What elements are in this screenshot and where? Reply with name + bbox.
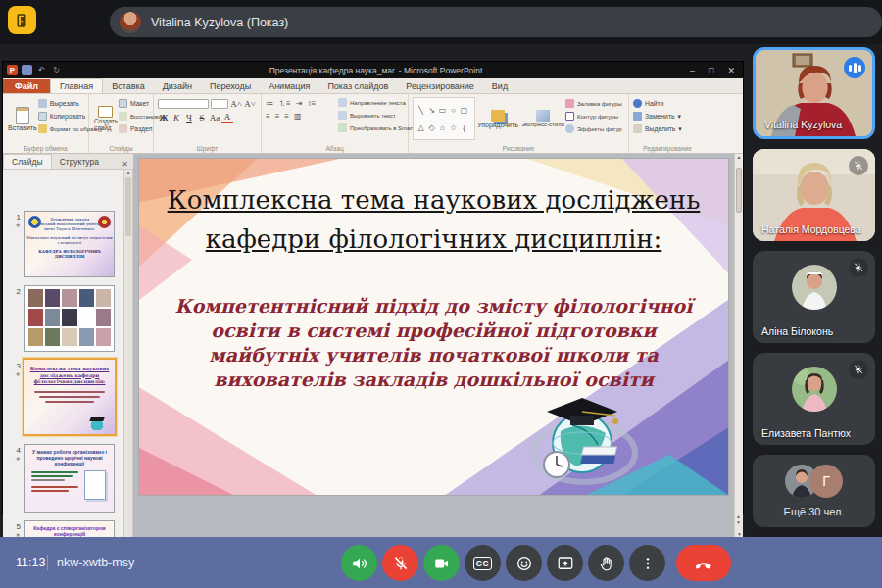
- shape-triangle-icon[interactable]: △: [416, 123, 426, 132]
- slide-thumbnail-1[interactable]: Державний заклад «Луганський національни…: [24, 211, 115, 277]
- mic-off-icon: [849, 156, 868, 175]
- change-case-button[interactable]: Аа: [209, 113, 220, 122]
- minimize-icon[interactable]: –: [690, 66, 695, 75]
- shape-ellipse-icon[interactable]: ○: [448, 106, 459, 115]
- paste-button[interactable]: Вставить: [7, 97, 38, 140]
- font-name-box[interactable]: [158, 99, 209, 109]
- group-slides: Создать слайд Макет Восстановить Раздел …: [89, 94, 154, 153]
- tab-transitions[interactable]: Переходы: [201, 79, 260, 93]
- find-button[interactable]: Найти: [633, 97, 702, 110]
- new-slide-button[interactable]: Создать слайд: [93, 97, 119, 140]
- thumb-3-body-lines: [34, 391, 105, 403]
- more-options-button[interactable]: [629, 545, 665, 581]
- bullets-icon[interactable]: ≔: [266, 99, 273, 108]
- pinned-presenter-pill[interactable]: Vitalina Kyzylova (Показ): [110, 7, 882, 37]
- ppt-title-bar: P ↶ ↻ Презентація кафедра наука_маг. - M…: [3, 62, 743, 78]
- redo-icon[interactable]: ↻: [51, 65, 62, 75]
- grow-font-icon[interactable]: A˄: [230, 99, 242, 109]
- slide-thumbnail-3-selected[interactable]: Комплексна тема наукових досліджень кафе…: [23, 358, 117, 436]
- align-center-icon[interactable]: ≡: [275, 112, 280, 121]
- align-right-icon[interactable]: ≡: [284, 112, 289, 121]
- italic-button[interactable]: К: [171, 113, 182, 122]
- strikethrough-button[interactable]: S: [196, 113, 208, 122]
- thumb-1-line4: Навчально-науковий інститут педагогіки і…: [25, 235, 114, 245]
- panel-scrollbar[interactable]: ▲: [123, 170, 132, 557]
- shape-effects-button[interactable]: Эффекты фигур: [565, 122, 622, 135]
- arrange-icon: [491, 110, 505, 122]
- line-spacing-icon[interactable]: ↕≡: [307, 99, 316, 108]
- tab-home[interactable]: Главная: [50, 78, 103, 93]
- audio-activity-indicator: [844, 57, 865, 78]
- tab-review[interactable]: Рецензирование: [397, 79, 483, 93]
- back-to-home-button[interactable]: [8, 6, 36, 34]
- indent-icon[interactable]: ⇥: [296, 99, 303, 108]
- numbering-icon[interactable]: ⒈≡: [278, 98, 291, 109]
- shrink-font-icon[interactable]: A˅: [244, 99, 256, 109]
- tab-insert[interactable]: Вставка: [103, 79, 153, 93]
- mic-off-icon: [392, 555, 410, 572]
- speaker-button[interactable]: [341, 545, 377, 581]
- powerpoint-window: P ↶ ↻ Презентація кафедра наука_маг. - M…: [3, 62, 743, 513]
- tab-slideshow[interactable]: Показ слайдов: [318, 79, 397, 93]
- shape-brace-icon[interactable]: {: [459, 123, 469, 132]
- tab-view[interactable]: Вид: [483, 79, 516, 93]
- reactions-button[interactable]: [506, 545, 542, 581]
- shape-fill-button[interactable]: Заливка фигуры: [565, 97, 622, 110]
- captions-icon: CC: [473, 557, 492, 570]
- overflow-participants-tile[interactable]: Г Ещё 30 чел.: [753, 455, 875, 527]
- shared-screen-area: P ↶ ↻ Презентація кафедра наука_маг. - M…: [0, 44, 750, 537]
- participant-tile-alina[interactable]: Аліна Білоконь: [753, 251, 875, 343]
- participant-tile-elizaveta[interactable]: Елизавета Пантюх: [753, 353, 875, 445]
- thumb-4-number: 4★: [5, 446, 21, 462]
- replace-button[interactable]: Заменить ▾: [633, 110, 702, 122]
- current-slide-canvas[interactable]: Комплексна тема наукових досліджень кафе…: [139, 159, 728, 495]
- select-button[interactable]: Выделить ▾: [633, 122, 702, 135]
- font-color-button[interactable]: А: [221, 112, 233, 123]
- group-drawing: ╲↘▭○▢ △◇⌂☆{ Упорядочить Экспресс-стили З…: [409, 94, 629, 153]
- tab-file[interactable]: Файл: [3, 79, 50, 93]
- panel-tab-slides[interactable]: Слайды: [3, 154, 52, 169]
- thumb-5-title: Кафедра є співорганізатором конференцій: [25, 525, 114, 537]
- copy-icon: [38, 112, 47, 121]
- participant-tile-natalia[interactable]: Наталія Мордовцева: [753, 149, 875, 241]
- shape-diamond-icon[interactable]: ◇: [426, 123, 437, 132]
- close-icon[interactable]: ✕: [727, 66, 735, 75]
- align-left-icon[interactable]: ≡: [266, 112, 270, 121]
- tab-animations[interactable]: Анимация: [260, 79, 318, 93]
- mic-off-icon: [849, 258, 868, 277]
- undo-icon[interactable]: ↶: [36, 65, 47, 75]
- shape-outline-button[interactable]: Контур фигуры: [565, 110, 622, 122]
- editor-scrollbar[interactable]: ▲▲▼▼: [734, 154, 743, 539]
- underline-button[interactable]: Ч: [183, 113, 195, 122]
- thumb-5-number: 5★: [5, 522, 21, 538]
- end-call-button[interactable]: [676, 545, 731, 581]
- shape-line-icon[interactable]: ╲: [416, 106, 426, 115]
- font-size-box[interactable]: [211, 99, 228, 109]
- bold-button[interactable]: Ж: [158, 113, 170, 122]
- shape-rect-icon[interactable]: ▭: [437, 106, 448, 115]
- tab-design[interactable]: Дизайн: [154, 79, 201, 93]
- raise-hand-button[interactable]: [588, 545, 624, 581]
- participant-tile-vitalina[interactable]: Vitalina Kyzylova: [753, 47, 875, 139]
- maximize-icon[interactable]: □: [709, 66, 713, 75]
- shape-pentagon-icon[interactable]: ⌂: [437, 123, 448, 132]
- powerpoint-app-icon: P: [7, 65, 18, 75]
- panel-close-icon[interactable]: ✕: [122, 160, 133, 169]
- slide-thumbnail-4[interactable]: У межах роботи організовано і проведено …: [24, 444, 115, 513]
- microphone-button[interactable]: [382, 545, 418, 581]
- present-screen-button[interactable]: [547, 545, 583, 581]
- shape-effects-icon: [565, 124, 574, 133]
- thumb-1-line6: КАФЕДРА ФІЛОЛОГІЧНИХ ДИСЦИПЛІН: [25, 249, 114, 259]
- quick-styles-button[interactable]: Экспресс-стили: [520, 97, 565, 140]
- columns-icon[interactable]: ▥: [294, 112, 302, 121]
- reset-icon: [119, 112, 127, 121]
- save-icon[interactable]: [22, 65, 32, 75]
- shape-star-icon[interactable]: ☆: [448, 123, 459, 132]
- panel-tab-outline[interactable]: Структура: [52, 155, 107, 169]
- slide-thumbnail-2[interactable]: [24, 285, 115, 352]
- shape-rounded-icon[interactable]: ▢: [459, 106, 469, 115]
- captions-button[interactable]: CC: [465, 545, 501, 581]
- arrange-button[interactable]: Упорядочить: [475, 97, 520, 140]
- camera-button[interactable]: [423, 545, 460, 581]
- shape-arrow-icon[interactable]: ↘: [426, 106, 437, 115]
